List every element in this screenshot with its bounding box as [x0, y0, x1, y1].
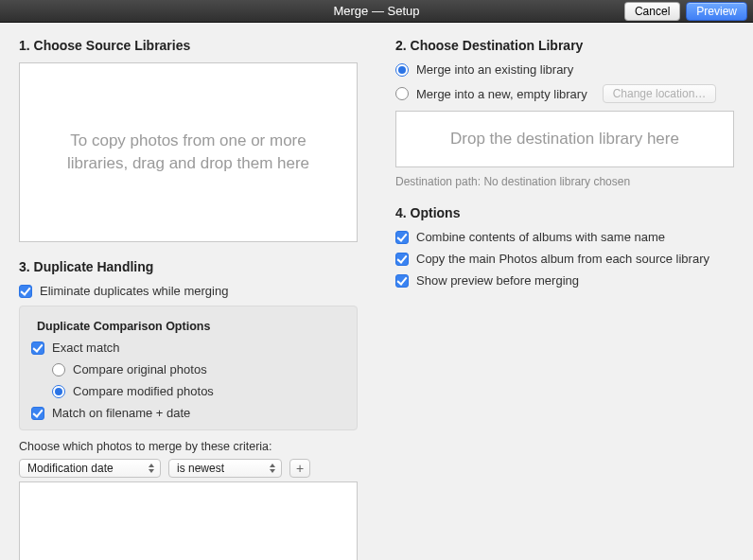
destination-heading: 2. Choose Destination Library [395, 38, 734, 53]
section-duplicate: 3. Duplicate Handling Eliminate duplicat… [19, 259, 358, 560]
window-title: Merge — Setup [333, 4, 419, 18]
combine-albums-label: Combine contents of albums with same nam… [416, 230, 665, 244]
radio-icon [395, 63, 409, 77]
checkbox-icon [19, 285, 32, 298]
match-filename-checkbox[interactable]: Match on filename + date [31, 406, 345, 420]
combine-albums-checkbox[interactable]: Combine contents of albums with same nam… [395, 230, 734, 244]
show-preview-checkbox[interactable]: Show preview before merging [395, 273, 734, 288]
source-dropzone[interactable]: To copy photos from one or more librarie… [19, 62, 358, 242]
criteria-label: Choose which photos to merge by these cr… [19, 440, 358, 453]
destination-path: Destination path: No destination library… [395, 175, 734, 188]
change-location-button[interactable]: Change location… [603, 84, 717, 103]
merge-new-radio[interactable]: Merge into a new, empty library Change l… [395, 84, 734, 103]
criteria-operator-select[interactable]: is newest [168, 459, 282, 478]
duplicate-comparison-panel: Duplicate Comparison Options Exact match… [19, 306, 358, 430]
checkbox-icon [395, 231, 409, 244]
match-filename-label: Match on filename + date [52, 406, 190, 420]
checkbox-icon [395, 274, 409, 288]
criteria-operator-value: is newest [177, 462, 224, 475]
preview-button[interactable]: Preview [686, 2, 747, 21]
checkbox-icon [31, 407, 44, 420]
source-heading: 1. Choose Source Libraries [19, 38, 358, 53]
eliminate-label: Eliminate duplicates while merging [40, 284, 228, 298]
titlebar: Merge — Setup Cancel Preview [0, 0, 753, 23]
compare-original-radio[interactable]: Compare original photos [52, 362, 345, 376]
criteria-field-value: Modification date [27, 462, 114, 475]
plus-icon: + [296, 461, 304, 476]
copy-main-album-label: Copy the main Photos album from each sou… [416, 252, 709, 266]
eliminate-duplicates-checkbox[interactable]: Eliminate duplicates while merging [19, 284, 358, 298]
checkbox-icon [395, 253, 409, 266]
options-heading: 4. Options [395, 205, 734, 220]
destination-drop-hint: Drop the destination library here [450, 128, 679, 150]
destination-dropzone[interactable]: Drop the destination library here [395, 111, 734, 167]
merge-new-label: Merge into a new, empty library [416, 87, 587, 101]
section-source: 1. Choose Source Libraries To copy photo… [19, 38, 358, 242]
exact-match-label: Exact match [52, 341, 120, 355]
source-drop-hint: To copy photos from one or more librarie… [46, 130, 330, 175]
radio-icon [395, 87, 409, 100]
comparison-subheader: Duplicate Comparison Options [37, 320, 345, 333]
criteria-field-select[interactable]: Modification date [19, 459, 161, 478]
section-destination: 2. Choose Destination Library Merge into… [395, 38, 734, 188]
compare-modified-label: Compare modified photos [73, 384, 214, 398]
checkbox-icon [31, 341, 44, 355]
compare-modified-radio[interactable]: Compare modified photos [52, 384, 345, 398]
add-criteria-button[interactable]: + [289, 459, 310, 478]
duplicate-heading: 3. Duplicate Handling [19, 259, 358, 274]
criteria-list[interactable] [19, 481, 358, 560]
copy-main-album-checkbox[interactable]: Copy the main Photos album from each sou… [395, 252, 734, 266]
section-options: 4. Options Combine contents of albums wi… [395, 205, 734, 295]
merge-existing-radio[interactable]: Merge into an existing library [395, 62, 734, 77]
cancel-button[interactable]: Cancel [624, 2, 680, 21]
radio-icon [52, 363, 65, 376]
show-preview-label: Show preview before merging [416, 273, 579, 288]
compare-original-label: Compare original photos [73, 362, 207, 376]
merge-existing-label: Merge into an existing library [416, 62, 573, 77]
exact-match-checkbox[interactable]: Exact match [31, 341, 345, 355]
radio-icon [52, 385, 65, 398]
